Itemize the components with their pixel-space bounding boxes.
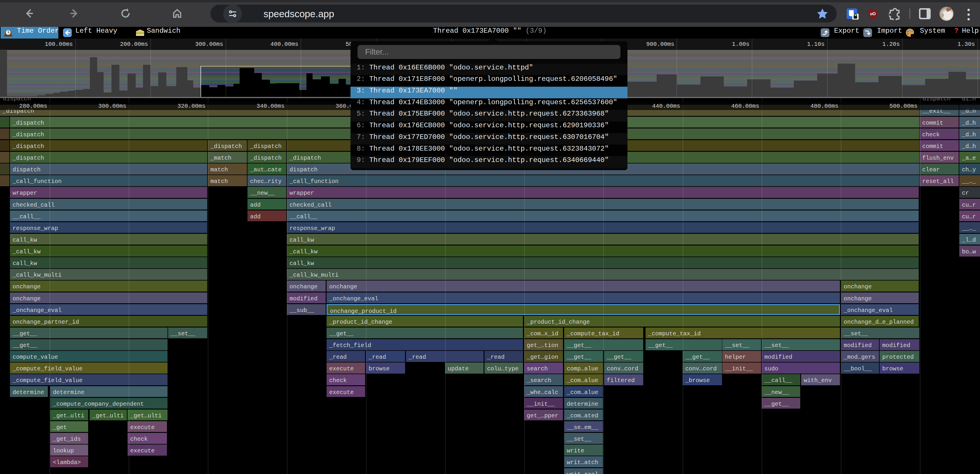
svg-text:uO: uO	[870, 11, 876, 16]
